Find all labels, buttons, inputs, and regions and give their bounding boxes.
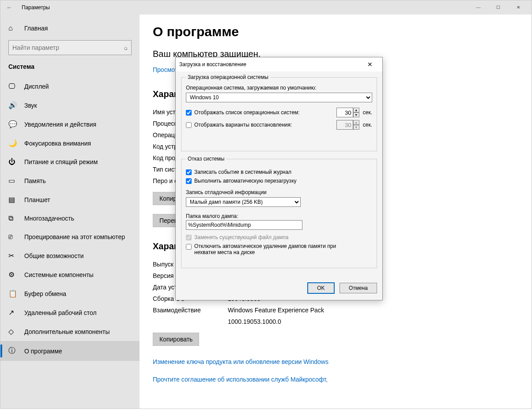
dialog-title: Загрузка и восстановление <box>179 61 246 67</box>
ok-button[interactable]: OK <box>307 282 334 294</box>
nav-icon: ⏻ <box>8 158 17 166</box>
spin-down-icon[interactable]: ▼ <box>353 112 359 117</box>
log-event-label: Записать событие в системный журнал <box>194 169 291 175</box>
sidebar-item[interactable]: 📋Буфер обмена <box>0 284 140 303</box>
nav-label: Звук <box>24 102 37 109</box>
recovery-time-spinner: ▲▼ <box>336 120 359 130</box>
default-os-select[interactable]: Windows 10 <box>186 93 372 102</box>
nav-label: Уведомления и действия <box>24 121 96 128</box>
nav-icon: 🖵 <box>8 82 17 90</box>
os-list-time-input[interactable] <box>336 108 353 117</box>
show-recovery-label: Отображать варианты восстановления: <box>194 122 336 128</box>
sec-label-2: сек. <box>363 122 372 128</box>
spin-down-icon: ▼ <box>353 125 359 130</box>
nav-label: Фокусировка внимания <box>24 140 91 147</box>
cancel-button[interactable]: Отмена <box>340 283 377 293</box>
sidebar-item[interactable]: ↗Удаленный рабочий стол <box>0 303 140 322</box>
show-os-list-checkbox[interactable] <box>186 110 192 116</box>
recovery-time-input <box>336 120 353 130</box>
system-failure-group: Отказ системы Записать событие в системн… <box>181 156 377 268</box>
show-recovery-checkbox[interactable] <box>186 122 192 128</box>
nav-label: Память <box>24 177 46 184</box>
product-key-link[interactable]: Изменение ключа продукта или обновление … <box>153 358 328 365</box>
copy-windows-button[interactable]: Копировать <box>153 333 199 346</box>
sidebar-item[interactable]: 🖵Дисплей <box>0 77 140 96</box>
nav-icon: ⎚ <box>8 233 17 241</box>
home-label: Главная <box>24 25 48 32</box>
nav-icon: ✂ <box>8 251 17 260</box>
titlebar: ← Параметры — ☐ ✕ <box>0 0 532 15</box>
search-icon: ⌕ <box>124 44 128 51</box>
nav-label: Удаленный рабочий стол <box>24 309 97 316</box>
auto-restart-checkbox[interactable] <box>186 178 192 184</box>
disable-auto-delete-label: Отключить автоматическое удаление дампов… <box>194 243 358 255</box>
dump-type-select[interactable]: Малый дамп памяти (256 KB) <box>186 197 301 207</box>
nav-label: Дисплей <box>24 83 49 90</box>
nav-icon: 🔊 <box>8 101 17 109</box>
close-button[interactable]: ✕ <box>508 0 528 15</box>
system-startup-legend: Загрузка операционной системы <box>186 74 270 80</box>
startup-recovery-dialog: Загрузка и восстановление ✕ Загрузка опе… <box>175 57 383 300</box>
back-button[interactable]: ← <box>4 4 15 11</box>
sidebar-item[interactable]: ⏻Питание и спящий режим <box>0 153 140 171</box>
dump-info-legend: Запись отладочной информации <box>186 189 372 195</box>
system-failure-legend: Отказ системы <box>186 156 226 162</box>
sidebar-item[interactable]: ⚙Системные компоненты <box>0 265 140 284</box>
minimize-button[interactable]: — <box>468 0 488 15</box>
nav-icon: 🌙 <box>8 139 17 147</box>
overwrite-dump-label: Заменять существующий файл дампа <box>194 234 288 240</box>
sidebar-item[interactable]: ▭Память <box>0 171 140 190</box>
nav-icon: 📋 <box>8 289 17 298</box>
nav-label: Питание и спящий режим <box>24 158 98 165</box>
dialog-close-button[interactable]: ✕ <box>361 61 379 68</box>
dump-info-group: Запись отладочной информации Малый дамп … <box>186 187 372 258</box>
nav-icon: ⧉ <box>8 214 17 222</box>
window-title: Параметры <box>22 4 50 11</box>
sidebar-item[interactable]: ▤Планшет <box>0 190 140 209</box>
spin-up-icon: ▲ <box>353 120 359 125</box>
default-os-label: Операционная система, загружаемая по умо… <box>186 85 372 91</box>
os-list-time-spinner[interactable]: ▲▼ <box>336 108 359 117</box>
ms-agreement-link[interactable]: Прочтите соглашение об использовании слу… <box>153 376 328 383</box>
section-label: Система <box>0 61 140 77</box>
maximize-button[interactable]: ☐ <box>488 0 508 15</box>
page-title: О программе <box>153 24 518 39</box>
nav-label: Планшет <box>24 196 50 203</box>
nav-label: Дополнительные компоненты <box>24 328 110 335</box>
nav-icon: ▤ <box>8 195 17 204</box>
dialog-titlebar: Загрузка и восстановление ✕ <box>176 57 382 71</box>
home-nav[interactable]: ⌂ Главная <box>0 20 140 37</box>
overwrite-dump-checkbox <box>186 235 192 240</box>
dump-folder-label: Папка малого дампа: <box>186 213 372 219</box>
sidebar-item[interactable]: 🌙Фокусировка внимания <box>0 134 140 153</box>
spec-exp-label: Взаимодействие <box>153 304 228 327</box>
sidebar-item[interactable]: 🔊Звук <box>0 96 140 115</box>
spec-exp-value: Windows Feature Experience Pack 1000.190… <box>228 304 360 327</box>
sidebar-item[interactable]: 💬Уведомления и действия <box>0 115 140 134</box>
sidebar-item[interactable]: ✂Общие возможности <box>0 246 140 265</box>
spin-up-icon[interactable]: ▲ <box>353 108 359 112</box>
system-startup-group: Загрузка операционной системы Операционн… <box>181 74 377 151</box>
nav-label: Системные компоненты <box>24 271 94 278</box>
nav-icon: ⚙ <box>8 270 17 279</box>
nav-label: Буфер обмена <box>24 290 66 297</box>
nav-icon: 💬 <box>8 120 17 128</box>
dump-folder-input[interactable] <box>186 220 302 230</box>
log-event-checkbox[interactable] <box>186 169 192 175</box>
show-os-list-label: Отображать список операционных систем: <box>194 109 336 116</box>
search-box[interactable]: ⌕ <box>8 40 132 55</box>
search-input[interactable] <box>12 44 124 51</box>
nav-label: О программе <box>24 348 62 355</box>
sec-label-1: сек. <box>363 109 372 116</box>
sidebar-item[interactable]: ◇Дополнительные компоненты <box>0 322 140 341</box>
home-icon: ⌂ <box>8 24 17 32</box>
sidebar: ⌂ Главная ⌕ Система 🖵Дисплей🔊Звук💬Уведом… <box>0 15 140 409</box>
sidebar-item[interactable]: ⎚Проецирование на этот компьютер <box>0 228 140 246</box>
nav-label: Многозадачность <box>24 215 74 222</box>
sidebar-item[interactable]: ⓘО программе <box>0 341 140 361</box>
disable-auto-delete-checkbox[interactable] <box>186 244 192 250</box>
nav-icon: ◇ <box>8 327 17 336</box>
auto-restart-label: Выполнить автоматическую перезагрузку <box>194 178 297 184</box>
nav-label: Проецирование на этот компьютер <box>24 233 125 240</box>
sidebar-item[interactable]: ⧉Многозадачность <box>0 209 140 228</box>
